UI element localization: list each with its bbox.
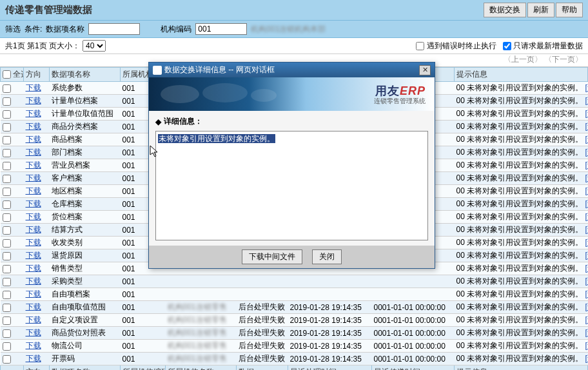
- detail-link[interactable]: [详细]: [585, 277, 588, 286]
- download-link[interactable]: 下载: [26, 251, 41, 260]
- download-link[interactable]: 下载: [26, 302, 41, 311]
- download-link[interactable]: 下载: [26, 289, 41, 298]
- download-link[interactable]: 下载: [26, 238, 41, 247]
- detail-link[interactable]: [详细]: [585, 238, 588, 247]
- detail-link[interactable]: [详细]: [585, 212, 588, 221]
- detail-link[interactable]: [详细]: [585, 199, 588, 208]
- download-link[interactable]: 下载: [26, 186, 41, 195]
- only-latest-checkbox[interactable]: [503, 42, 511, 50]
- download-link[interactable]: 下载: [26, 148, 41, 157]
- row-checkbox[interactable]: [3, 252, 11, 260]
- item-name: 计量单位档案: [50, 95, 121, 108]
- download-intermediate-button[interactable]: 下载中间文件: [242, 249, 302, 264]
- download-link[interactable]: 下载: [26, 328, 41, 337]
- item-name-input[interactable]: [88, 23, 140, 35]
- detail-link[interactable]: [详细]: [585, 135, 588, 144]
- tip-cell: 00 未将对象引用设置到对象的实例。 [详细]: [455, 353, 588, 365]
- dialog-footer: 下载中间文件 关闭: [149, 246, 435, 268]
- detail-link[interactable]: [详细]: [585, 315, 588, 324]
- detail-link[interactable]: [详细]: [585, 354, 588, 363]
- row-checkbox[interactable]: [3, 123, 11, 131]
- row-checkbox[interactable]: [3, 316, 11, 325]
- close-button[interactable]: 关闭: [312, 249, 342, 264]
- download-link[interactable]: 下载: [26, 277, 41, 286]
- tip-cell: 00 未将对象引用设置到对象的实例。 [详细]: [455, 121, 588, 133]
- download-link[interactable]: 下载: [26, 264, 41, 273]
- exchange-button[interactable]: 数据交换: [484, 3, 526, 17]
- detail-link[interactable]: [详细]: [585, 109, 588, 118]
- dialog-banner: 用友ERP 连锁零售管理系统: [149, 77, 435, 111]
- tip-cell: 00 未将对象引用设置到对象的实例。 [详细]: [455, 133, 588, 146]
- detail-link[interactable]: [详细]: [585, 186, 588, 195]
- only-latest-label[interactable]: 只请求最新增量数据: [503, 41, 583, 52]
- download-link[interactable]: 下载: [26, 83, 41, 92]
- row-checkbox[interactable]: [3, 188, 11, 196]
- detail-link[interactable]: [详细]: [585, 161, 588, 170]
- time1-cell: 2019-01-28 19:14:35: [288, 301, 372, 314]
- detail-link[interactable]: [详细]: [585, 225, 588, 234]
- row-checkbox[interactable]: [3, 226, 11, 235]
- row-checkbox[interactable]: [3, 110, 11, 119]
- detail-link[interactable]: [详细]: [585, 122, 588, 131]
- row-checkbox[interactable]: [3, 149, 11, 157]
- tip-cell: 00 未将对象引用设置到对象的实例。 [详细]: [455, 262, 588, 275]
- help-button[interactable]: 帮助: [556, 3, 583, 17]
- row-checkbox[interactable]: [3, 175, 11, 183]
- detail-link[interactable]: [详细]: [585, 289, 588, 298]
- download-link[interactable]: 下载: [26, 315, 41, 324]
- detail-link[interactable]: [详细]: [585, 148, 588, 157]
- download-link[interactable]: 下载: [26, 135, 41, 144]
- stop-on-error-label[interactable]: 遇到错误时终止执行: [416, 41, 496, 52]
- cond-label: 条件:: [24, 24, 42, 35]
- select-all-checkbox[interactable]: [3, 70, 11, 79]
- detail-link[interactable]: [详细]: [585, 328, 588, 337]
- row-checkbox[interactable]: [3, 136, 11, 144]
- row-checkbox[interactable]: [3, 304, 11, 312]
- close-icon[interactable]: ✕: [419, 65, 431, 75]
- download-link[interactable]: 下载: [26, 96, 41, 105]
- row-checkbox[interactable]: [3, 239, 11, 248]
- tip-cell: 00 未将对象引用设置到对象的实例。 [详细]: [455, 108, 588, 121]
- row-checkbox[interactable]: [3, 84, 11, 93]
- download-link[interactable]: 下载: [26, 161, 41, 170]
- page-nav[interactable]: 〈上一页〉 〈下一页〉: [504, 55, 583, 64]
- download-link[interactable]: 下载: [26, 173, 41, 182]
- tip-cell: 00 未将对象引用设置到对象的实例。 [详细]: [455, 327, 588, 340]
- row-checkbox[interactable]: [3, 265, 11, 273]
- row-checkbox[interactable]: [3, 291, 11, 299]
- row-checkbox[interactable]: [3, 342, 11, 351]
- detail-link[interactable]: [详细]: [585, 96, 588, 105]
- row-checkbox[interactable]: [3, 278, 11, 286]
- detail-link[interactable]: [详细]: [585, 302, 588, 311]
- refresh-button[interactable]: 刷新: [527, 3, 554, 17]
- tip-cell: 00 未将对象引用设置到对象的实例。 [详细]: [455, 185, 588, 198]
- download-link[interactable]: 下载: [26, 212, 41, 221]
- row-checkbox[interactable]: [3, 355, 11, 364]
- item-name: 自定义项设置: [50, 314, 121, 327]
- dialog-titlebar[interactable]: 数据交换详细信息 -- 网页对话框 ✕: [149, 63, 435, 77]
- status-cell: 后台处理失败: [237, 301, 288, 314]
- message-box[interactable]: 未将对象引用设置到对象的实例。: [155, 131, 428, 240]
- download-link[interactable]: 下载: [26, 109, 41, 118]
- detail-link[interactable]: [详细]: [585, 251, 588, 260]
- tip-cell: 00 未将对象引用设置到对象的实例。 [详细]: [455, 301, 588, 314]
- row-checkbox[interactable]: [3, 213, 11, 222]
- detail-link[interactable]: [详细]: [585, 173, 588, 182]
- org-code-input[interactable]: [195, 23, 247, 35]
- download-link[interactable]: 下载: [26, 122, 41, 131]
- download-link[interactable]: 下载: [26, 341, 41, 350]
- page-summary: 共1页 第1页 页大小：: [5, 41, 80, 52]
- row-checkbox[interactable]: [3, 329, 11, 338]
- page-size-select[interactable]: 40: [83, 40, 106, 52]
- download-link[interactable]: 下载: [26, 354, 41, 363]
- row-checkbox[interactable]: [3, 200, 11, 209]
- detail-link[interactable]: [详细]: [585, 264, 588, 273]
- detail-link[interactable]: [详细]: [585, 341, 588, 350]
- row-checkbox[interactable]: [3, 97, 11, 106]
- org-name-cell: 机构001连锁零售: [166, 340, 237, 353]
- download-link[interactable]: 下载: [26, 199, 41, 208]
- row-checkbox[interactable]: [3, 162, 11, 170]
- detail-link[interactable]: [详细]: [585, 83, 588, 92]
- download-link[interactable]: 下载: [26, 225, 41, 234]
- stop-on-error-checkbox[interactable]: [416, 42, 424, 50]
